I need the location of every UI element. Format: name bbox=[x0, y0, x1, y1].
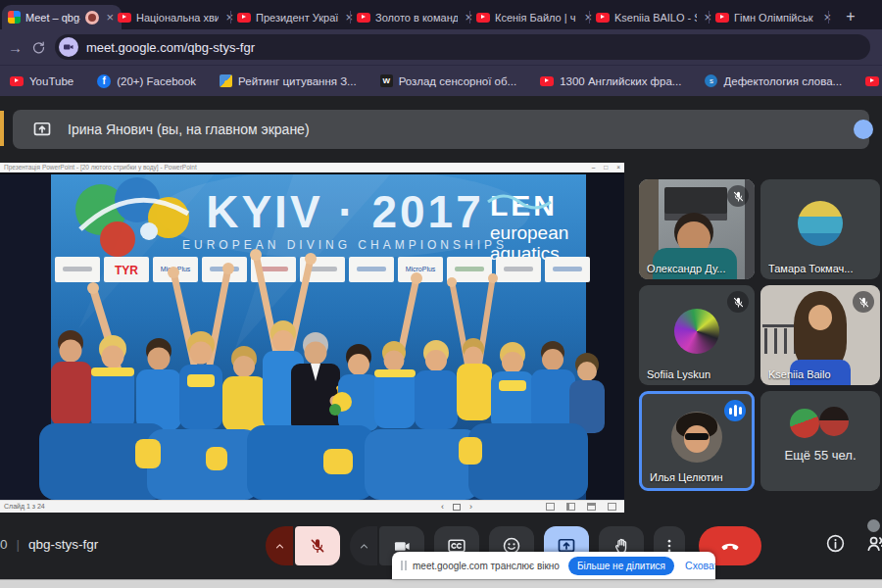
participant-tile-kseniia[interactable]: Kseniia Bailo bbox=[760, 285, 880, 385]
shared-presentation-window: Презентація PowerPoint - [20 лютого стри… bbox=[0, 163, 624, 513]
bookmark-label: Рейтинг цитування З... bbox=[238, 75, 357, 87]
tab-youtube-4[interactable]: Ксенія Байло | ч × bbox=[470, 5, 600, 29]
url-text: meet.google.com/qbg-stys-fgr bbox=[86, 40, 255, 55]
browser-window: Meet – qbg-s × Національна хви × Президе… bbox=[0, 0, 882, 588]
sorter-view-icon bbox=[566, 503, 575, 511]
site-icon bbox=[220, 74, 232, 87]
participant-tile-oleksandr[interactable]: Олександр Ду... bbox=[639, 179, 755, 279]
tab-label: Ксенія Байло | ч bbox=[495, 12, 577, 24]
tab-separator bbox=[469, 11, 470, 24]
tab-label: Гімн Олімпійськ bbox=[734, 12, 816, 24]
bookmark-rating[interactable]: Рейтинг цитування З... bbox=[220, 74, 357, 87]
tab-label: Meet – qbg-s bbox=[25, 12, 80, 24]
powerpoint-statusbar: Слайд 1 з 24 ‹ › bbox=[0, 500, 624, 513]
meet-site-icon bbox=[59, 37, 78, 57]
view-mode-icons bbox=[546, 503, 616, 511]
stop-sharing-button[interactable]: Більше не ділитися bbox=[568, 557, 674, 575]
tab-meet[interactable]: Meet – qbg-s × bbox=[2, 5, 122, 29]
bookmark-english[interactable]: 1300 Английских фра... bbox=[540, 75, 681, 87]
overflow-avatars bbox=[760, 391, 880, 491]
info-icon[interactable] bbox=[825, 533, 846, 558]
mic-control-group bbox=[266, 526, 340, 565]
shared-slide-photo: KYIV · 2017 EUROPEAN DIVING CHAMPIONSHIP… bbox=[0, 172, 624, 500]
window-controls: – □ × bbox=[592, 163, 620, 172]
youtube-favicon bbox=[118, 13, 131, 23]
bookmark-facebook[interactable]: f(20+) Facebook bbox=[97, 74, 196, 88]
participant-tile-ilya-active-speaker[interactable]: Илья Целютин bbox=[639, 391, 755, 491]
drag-handle-icon[interactable] bbox=[401, 561, 403, 570]
edge-artifact bbox=[0, 111, 4, 146]
meet-page: Ірина Янович (вы, на главном экране) Пре… bbox=[0, 96, 882, 579]
avatar bbox=[674, 309, 719, 354]
meeting-footer: 0 | qbg-stys-fgr bbox=[0, 537, 98, 552]
url-bar[interactable]: meet.google.com/qbg-stys-fgr bbox=[55, 34, 870, 60]
tab-label: Золото в команд bbox=[375, 12, 458, 24]
tab-separator bbox=[230, 11, 231, 24]
participant-tile-overflow[interactable]: Ещё 55 чел. bbox=[760, 391, 880, 491]
slide-banner-title: KYIV · 2017 bbox=[206, 186, 484, 237]
youtube-favicon bbox=[476, 13, 490, 23]
tab-separator bbox=[589, 11, 590, 24]
bookmark-word-doc[interactable]: WРозлад сенсорної об... bbox=[380, 74, 516, 87]
tab-strip: Meet – qbg-s × Національна хви × Президе… bbox=[0, 0, 882, 29]
site-icon: s bbox=[705, 74, 717, 87]
tab-separator bbox=[350, 11, 351, 24]
tab-youtube-5[interactable]: Kseniia BAILO - S × bbox=[590, 5, 719, 29]
participant-tile-sofiia[interactable]: Sofiia Lyskun bbox=[639, 285, 755, 385]
mic-toggle-button[interactable] bbox=[295, 526, 340, 565]
forward-icon[interactable]: → bbox=[8, 29, 23, 65]
tab-label: Президент Украї bbox=[256, 12, 338, 24]
bookmark-youtube[interactable]: YouTube bbox=[10, 75, 74, 87]
avatar bbox=[854, 120, 873, 139]
presenter-banner: Ірина Янович (вы, на главном экране) bbox=[13, 110, 869, 149]
bookmark-calories[interactable]: Сжечь 300 калорий з... bbox=[865, 75, 882, 87]
tab-label: Національна хви bbox=[136, 12, 219, 24]
powerpoint-window-title: Презентація PowerPoint - [20 лютого стри… bbox=[4, 164, 197, 171]
len-text-1: european bbox=[490, 222, 568, 243]
minimize-icon: – bbox=[592, 163, 596, 172]
youtube-favicon bbox=[596, 13, 610, 23]
tab-youtube-3[interactable]: Золото в команд × bbox=[351, 5, 480, 29]
bookmark-label: Розлад сенсорної об... bbox=[399, 75, 516, 87]
avatar bbox=[790, 409, 819, 438]
presenter-banner-text: Ірина Янович (вы, на главном экране) bbox=[68, 122, 310, 137]
youtube-icon bbox=[865, 76, 879, 86]
avatar bbox=[798, 201, 843, 246]
camera-options-chevron-icon[interactable] bbox=[350, 526, 377, 565]
mic-options-chevron-icon[interactable] bbox=[266, 526, 293, 565]
next-slide-icon: › bbox=[469, 502, 472, 512]
tab-youtube-2[interactable]: Президент Украї × bbox=[231, 5, 361, 29]
reading-view-icon bbox=[587, 503, 596, 511]
present-screen-icon bbox=[32, 120, 52, 139]
people-icon[interactable] bbox=[865, 532, 882, 559]
sponsor-tyr: TYR bbox=[115, 264, 138, 277]
browser-toolbar: → meet.google.com/qbg-stys-fgr bbox=[0, 29, 882, 65]
avatar bbox=[819, 407, 849, 436]
meeting-code: qbg-stys-fgr bbox=[28, 537, 98, 552]
slideshow-view-icon bbox=[608, 503, 616, 511]
meet-favicon bbox=[8, 11, 21, 24]
participant-name: Тамара Токмач... bbox=[768, 263, 877, 274]
footer-separator: | bbox=[17, 537, 21, 552]
avatar bbox=[671, 412, 722, 463]
bookmark-defectology[interactable]: sДефектология слова... bbox=[705, 74, 842, 87]
participant-name: Sofiia Lyskun bbox=[647, 368, 752, 380]
bookmark-label: Дефектология слова... bbox=[723, 75, 842, 87]
normal-view-icon bbox=[546, 503, 555, 511]
tab-youtube-1[interactable]: Національна хви × bbox=[112, 5, 241, 29]
tab-capture-indicator-icon bbox=[85, 11, 99, 24]
participant-tile-tamara[interactable]: Тамара Токмач... bbox=[760, 179, 880, 279]
screen-share-popup: meet.google.com транслює вікно Більше не… bbox=[392, 552, 715, 579]
tab-youtube-6[interactable]: Гімн Олімпійськ × bbox=[710, 5, 839, 29]
tab-label: Kseniia BAILO - S bbox=[614, 12, 697, 24]
facebook-icon: f bbox=[97, 74, 111, 88]
speaking-indicator-icon bbox=[724, 400, 746, 421]
slide-status: Слайд 1 з 24 bbox=[4, 503, 45, 510]
new-tab-button[interactable]: + bbox=[839, 5, 862, 28]
hide-popup-button[interactable]: Сховати bbox=[685, 560, 715, 571]
clock-fragment: 0 bbox=[0, 537, 8, 552]
participant-name: Илья Целютин bbox=[650, 471, 749, 483]
share-message: meet.google.com транслює вікно bbox=[413, 561, 560, 571]
mic-off-icon bbox=[727, 185, 749, 207]
reload-icon[interactable] bbox=[31, 29, 46, 65]
